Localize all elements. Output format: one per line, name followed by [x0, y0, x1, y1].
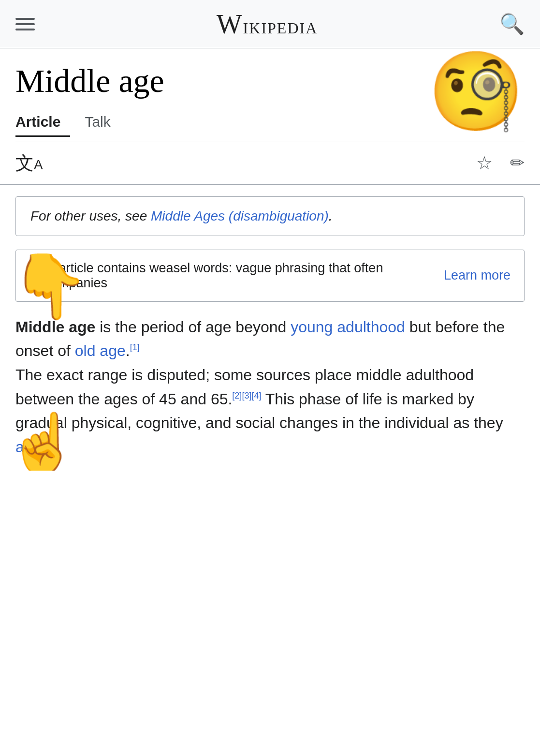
toolbar-left: 文A: [15, 151, 43, 176]
ref4[interactable]: [4]: [251, 391, 261, 400]
learn-more-link[interactable]: Learn more: [444, 268, 511, 283]
ref2[interactable]: [2]: [232, 391, 242, 400]
disambiguation-notice: For other uses, see Middle Ages (disambi…: [15, 196, 525, 236]
menu-button[interactable]: [15, 18, 35, 30]
article-toolbar: 文A ☆ ✏: [0, 142, 540, 185]
article-title: Middle age: [15, 63, 428, 99]
tab-article[interactable]: Article: [15, 109, 70, 137]
warning-section: 👇 This article contains weasel words: va…: [15, 250, 525, 302]
logo-rest: ikipedia: [243, 14, 318, 38]
article-body: Middle age is the period of age beyond y…: [15, 315, 525, 460]
article-emoji: 🧐: [428, 53, 525, 131]
edit-button[interactable]: ✏: [510, 153, 525, 173]
disambiguation-end: .: [329, 208, 333, 223]
ref3[interactable]: [3]: [242, 391, 251, 400]
bold-title: Middle age: [15, 318, 95, 336]
search-button[interactable]: 🔍: [499, 12, 525, 36]
translate-icon: 文A: [15, 151, 43, 176]
site-logo[interactable]: Wikipedia: [217, 9, 318, 40]
warning-box: This article contains weasel words: vagu…: [15, 250, 525, 302]
toolbar-right: ☆ ✏: [476, 152, 525, 174]
young-adulthood-link[interactable]: young adulthood: [291, 318, 405, 336]
logo-w: W: [217, 9, 243, 39]
article-title-section: Middle age Article Talk: [15, 63, 428, 137]
disambiguation-link[interactable]: Middle Ages (disambiguation): [151, 208, 329, 223]
warning-text-content: This article contains weasel words: vagu…: [30, 261, 383, 290]
article-tabs: Article Talk: [15, 109, 428, 137]
disambiguation-text: For other uses, see: [30, 208, 151, 223]
warning-text: This article contains weasel words: vagu…: [30, 261, 436, 291]
article-paragraph-1: Middle age is the period of age beyond y…: [15, 315, 525, 460]
site-header: Wikipedia 🔍: [0, 0, 540, 48]
old-age-link[interactable]: old age: [75, 342, 126, 359]
article-content: For other uses, see Middle Ages (disambi…: [0, 185, 540, 471]
p1-text-e: changes in the individual as they: [279, 414, 503, 431]
star-button[interactable]: ☆: [476, 152, 493, 174]
translate-button[interactable]: 文A: [15, 151, 43, 176]
tab-talk[interactable]: Talk: [85, 109, 120, 137]
p1-text-a: is the period of age beyond: [95, 318, 291, 336]
ref1[interactable]: [1]: [130, 343, 140, 353]
p1-text-f: .: [41, 438, 45, 456]
age-link[interactable]: age: [15, 438, 41, 456]
article-header: Middle age Article Talk 🧐: [0, 48, 540, 137]
